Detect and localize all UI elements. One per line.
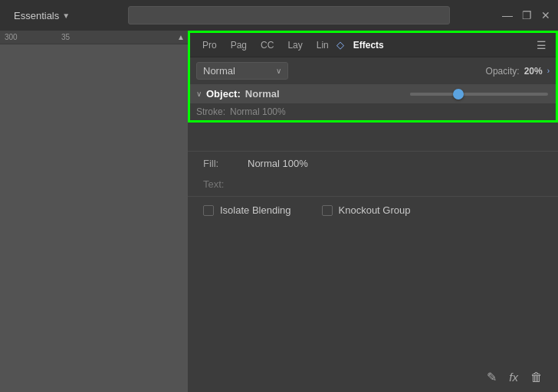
fx-button[interactable]: fx — [509, 371, 518, 384]
essentials-label: Essentials — [14, 10, 59, 21]
isolate-blending-checkbox[interactable] — [203, 205, 214, 216]
opacity-expand-icon[interactable]: › — [547, 67, 550, 75]
knockout-group-item: Knockout Group — [322, 204, 411, 216]
ruler-horizontal: 300 35 ▲ — [0, 31, 188, 44]
slider-fill — [410, 93, 458, 96]
fill-row: Fill: Normal 100% — [188, 153, 558, 174]
tab-effects[interactable]: Effects — [347, 37, 390, 54]
opacity-label: Opacity: — [486, 66, 520, 77]
opacity-slider[interactable] — [402, 84, 556, 103]
essentials-chevron-icon: ▼ — [62, 11, 70, 20]
checkbox-row: Isolate Blending Knockout Group — [188, 198, 558, 222]
blend-dropdown-chevron-icon: ∨ — [276, 67, 281, 75]
ruler-label-300: 300 — [5, 33, 18, 41]
main-area: 300 35 ▲ Pro Pag CC Lay Lin ◇ Effects ☰ … — [0, 31, 558, 392]
right-panel: Pro Pag CC Lay Lin ◇ Effects ☰ Normal ∨ … — [188, 31, 558, 392]
knockout-group-checkbox[interactable] — [322, 205, 333, 216]
text-label: Text: — [203, 178, 224, 190]
isolate-blending-item: Isolate Blending — [203, 204, 291, 216]
top-bar: Essentials ▼ — ❐ ✕ — [0, 0, 558, 31]
panel-tabs: Pro Pag CC Lay Lin ◇ Effects ☰ — [190, 33, 556, 57]
slider-thumb[interactable] — [453, 89, 464, 100]
tab-cc[interactable]: CC — [254, 37, 280, 54]
object-label: Object: — [206, 88, 241, 100]
bottom-toolbar: ✎ fx 🗑 — [487, 370, 543, 384]
delete-icon[interactable]: 🗑 — [530, 371, 543, 384]
tab-links[interactable]: Lin — [310, 37, 335, 54]
isolate-blending-label: Isolate Blending — [220, 204, 291, 216]
fill-value: Normal 100% — [248, 158, 308, 169]
ruler-arrow-icon: ▲ — [177, 33, 185, 41]
close-button[interactable]: ✕ — [541, 9, 550, 21]
text-row: Text: — [188, 174, 558, 194]
maximize-button[interactable]: ❐ — [522, 9, 532, 21]
object-blend-value: Normal — [245, 88, 280, 100]
knockout-group-label: Knockout Group — [339, 204, 411, 216]
tab-layers[interactable]: Lay — [281, 37, 308, 54]
search-bar[interactable] — [128, 6, 450, 24]
lower-panel: Fill: Normal 100% Text: Isolate Blending… — [188, 149, 558, 392]
blend-mode-row: Normal ∨ Opacity: 20% › — [190, 57, 556, 84]
tab-pages[interactable]: Pag — [225, 37, 253, 54]
opacity-value: 20% — [524, 66, 543, 77]
essentials-button[interactable]: Essentials ▼ — [8, 7, 76, 24]
left-sidebar: 300 35 ▲ — [0, 31, 188, 392]
stroke-row: Stroke: Normal 100% — [190, 103, 556, 120]
divider-2 — [188, 196, 558, 197]
tab-pro[interactable]: Pro — [196, 37, 223, 54]
object-expand-icon[interactable]: ∨ — [196, 90, 202, 98]
blend-mode-dropdown[interactable]: Normal ∨ — [196, 62, 288, 80]
window-controls: — ❐ ✕ — [502, 9, 550, 21]
diamond-icon: ◇ — [336, 39, 344, 51]
stroke-value: Normal 100% — [230, 106, 286, 117]
opacity-group: Opacity: 20% › — [486, 66, 550, 77]
slider-track — [410, 93, 548, 96]
blend-mode-value: Normal — [203, 65, 271, 77]
stroke-label: Stroke: — [196, 106, 225, 117]
divider — [188, 151, 558, 152]
ruler-label-35: 35 — [61, 33, 70, 41]
edit-icon[interactable]: ✎ — [487, 370, 497, 384]
minimize-button[interactable]: — — [502, 9, 513, 21]
fill-label: Fill: — [203, 158, 241, 169]
panel-menu-button[interactable]: ☰ — [533, 36, 550, 54]
effects-panel: Pro Pag CC Lay Lin ◇ Effects ☰ Normal ∨ … — [188, 31, 558, 122]
object-row: ∨ Object: Normal — [190, 84, 556, 103]
